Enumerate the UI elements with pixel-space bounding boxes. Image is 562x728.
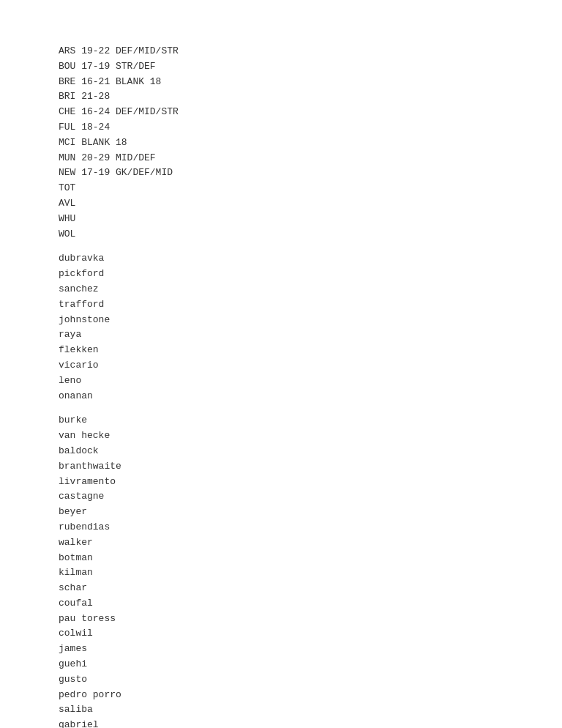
defenders-section: burke van hecke baldock branthwaite livr… bbox=[59, 413, 503, 728]
defenders-lines: burke van hecke baldock branthwaite livr… bbox=[59, 413, 503, 728]
fixtures-section: ARS 19-22 DEF/MID/STR BOU 17-19 STR/DEF … bbox=[59, 44, 503, 242]
goalkeepers-section: dubravka pickford sanchez trafford johns… bbox=[59, 251, 503, 404]
fixtures-lines: ARS 19-22 DEF/MID/STR BOU 17-19 STR/DEF … bbox=[59, 44, 503, 242]
goalkeepers-lines: dubravka pickford sanchez trafford johns… bbox=[59, 251, 503, 404]
page-content: ARS 19-22 DEF/MID/STR BOU 17-19 STR/DEF … bbox=[59, 44, 503, 728]
